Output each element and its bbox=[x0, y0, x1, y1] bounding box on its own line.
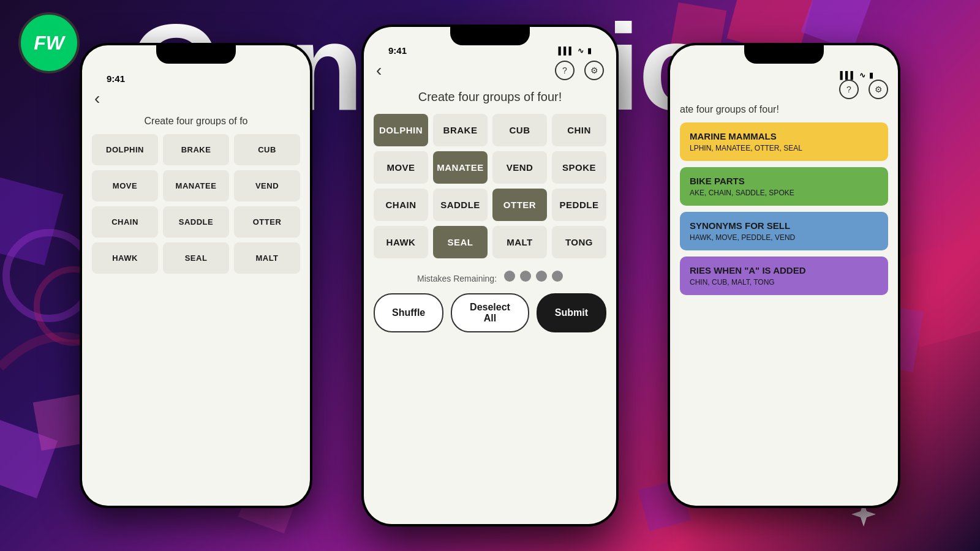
left-phone-notch bbox=[156, 45, 236, 64]
category-title: BIKE PARTS bbox=[690, 176, 878, 186]
center-word-grid: DOLPHINBRAKECUBCHINMOVEMANATEEVENDSPOKEC… bbox=[374, 114, 606, 258]
fw-logo: FW bbox=[18, 12, 80, 73]
left-word-grid: DOLPHINBRAKECUBMOVEMANATEEVENDCHAINSADDL… bbox=[92, 134, 300, 274]
battery-icon: ▮ bbox=[587, 47, 592, 55]
settings-icon[interactable]: ⚙ bbox=[584, 61, 604, 80]
left-word-tile-manatee[interactable]: MANATEE bbox=[163, 170, 229, 201]
left-nav-bar: ‹ bbox=[92, 84, 300, 113]
right-signal-icon: ▌▌▌ bbox=[840, 71, 856, 80]
right-status-bar: ▌▌▌ ∿ ▮ bbox=[680, 64, 888, 80]
right-categories: MARINE MAMMALS LPHIN, MANATEE, OTTER, SE… bbox=[680, 122, 888, 295]
signal-icon: ▌▌▌ bbox=[558, 47, 574, 55]
center-phone-inner: 9:41 ▌▌▌ ∿ ▮ ‹ ? ⚙ Create four groups of… bbox=[364, 27, 616, 524]
word-tile-peddle[interactable]: PEDDLE bbox=[552, 189, 606, 221]
wifi-icon: ∿ bbox=[578, 47, 584, 55]
word-tile-tong[interactable]: TONG bbox=[552, 226, 606, 258]
mistake-dot-2 bbox=[536, 271, 547, 282]
left-word-tile-cub[interactable]: CUB bbox=[234, 134, 300, 165]
right-wifi-icon: ∿ bbox=[859, 71, 865, 80]
category-card-yellow: MARINE MAMMALS LPHIN, MANATEE, OTTER, SE… bbox=[680, 122, 888, 161]
center-phone-notch bbox=[450, 27, 530, 45]
word-tile-chin[interactable]: CHIN bbox=[552, 114, 606, 146]
right-phone: ▌▌▌ ∿ ▮ ? ⚙ ate four groups of four! MAR… bbox=[668, 43, 900, 508]
word-tile-move[interactable]: MOVE bbox=[374, 151, 428, 184]
word-tile-otter[interactable]: OTTER bbox=[492, 189, 547, 221]
center-phone-content: 9:41 ▌▌▌ ∿ ▮ ‹ ? ⚙ Create four groups of… bbox=[364, 38, 616, 332]
word-tile-saddle[interactable]: SADDLE bbox=[433, 189, 488, 221]
fw-logo-text: FW bbox=[34, 32, 64, 54]
mistake-dot-1 bbox=[520, 271, 531, 282]
category-items: CHIN, CUB, MALT, TONG bbox=[690, 278, 878, 287]
help-icon[interactable]: ? bbox=[555, 61, 575, 80]
category-card-purple: RIES WHEN "A" IS ADDED CHIN, CUB, MALT, … bbox=[680, 257, 888, 295]
left-back-button[interactable]: ‹ bbox=[94, 89, 100, 108]
right-settings-icon[interactable]: ⚙ bbox=[869, 80, 888, 99]
word-tile-cub[interactable]: CUB bbox=[492, 114, 547, 146]
deselect-all-button[interactable]: Deselect All bbox=[451, 293, 529, 332]
category-title: SYNONYMS FOR SELL bbox=[690, 220, 878, 231]
right-battery-icon: ▮ bbox=[869, 71, 873, 80]
category-card-green: BIKE PARTS AKE, CHAIN, SADDLE, SPOKE bbox=[680, 167, 888, 206]
right-game-title: ate four groups of four! bbox=[680, 104, 888, 115]
category-title: RIES WHEN "A" IS ADDED bbox=[690, 265, 878, 276]
action-buttons: Shuffle Deselect All Submit bbox=[374, 293, 606, 332]
center-back-button[interactable]: ‹ bbox=[376, 61, 382, 80]
right-phone-inner: ▌▌▌ ∿ ▮ ? ⚙ ate four groups of four! MAR… bbox=[670, 45, 898, 506]
mistake-dot-3 bbox=[552, 271, 563, 282]
left-phone: 9:41 ‹ Create four groups of fo DOLPHINB… bbox=[80, 43, 312, 508]
left-word-tile-move[interactable]: MOVE bbox=[92, 170, 158, 201]
category-title: MARINE MAMMALS bbox=[690, 131, 878, 141]
mistakes-dots bbox=[504, 271, 563, 282]
left-word-tile-malt[interactable]: MALT bbox=[234, 242, 300, 274]
category-card-blue: SYNONYMS FOR SELL HAWK, MOVE, PEDDLE, VE… bbox=[680, 212, 888, 250]
shuffle-button[interactable]: Shuffle bbox=[374, 293, 443, 332]
right-phone-content: ▌▌▌ ∿ ▮ ? ⚙ ate four groups of four! MAR… bbox=[670, 45, 898, 295]
mistakes-row: Mistakes Remaining: bbox=[374, 271, 606, 283]
status-right-icons: ▌▌▌ ∿ ▮ bbox=[558, 47, 592, 55]
left-phone-content: 9:41 ‹ Create four groups of fo DOLPHINB… bbox=[82, 45, 310, 274]
word-tile-vend[interactable]: VEND bbox=[492, 151, 547, 184]
left-game-title: Create four groups of fo bbox=[92, 116, 300, 127]
left-word-tile-dolphin[interactable]: DOLPHIN bbox=[92, 134, 158, 165]
mistake-dot-0 bbox=[504, 271, 515, 282]
category-items: LPHIN, MANATEE, OTTER, SEAL bbox=[690, 144, 878, 152]
right-nav: ? ⚙ bbox=[680, 80, 888, 99]
center-phone: 9:41 ▌▌▌ ∿ ▮ ‹ ? ⚙ Create four groups of… bbox=[361, 24, 619, 527]
left-word-tile-hawk[interactable]: HAWK bbox=[92, 242, 158, 274]
submit-button[interactable]: Submit bbox=[537, 293, 606, 332]
word-tile-brake[interactable]: BRAKE bbox=[433, 114, 488, 146]
word-tile-hawk[interactable]: HAWK bbox=[374, 226, 428, 258]
category-items: HAWK, MOVE, PEDDLE, VEND bbox=[690, 233, 878, 242]
left-phone-inner: 9:41 ‹ Create four groups of fo DOLPHINB… bbox=[82, 45, 310, 506]
left-time: 9:41 bbox=[107, 73, 125, 84]
center-nav-icons: ? ⚙ bbox=[555, 61, 604, 80]
right-help-icon[interactable]: ? bbox=[839, 80, 859, 99]
left-word-tile-brake[interactable]: BRAKE bbox=[163, 134, 229, 165]
word-tile-dolphin[interactable]: DOLPHIN bbox=[374, 114, 428, 146]
mistakes-label: Mistakes Remaining: bbox=[417, 274, 497, 283]
center-nav-bar: ‹ ? ⚙ bbox=[374, 56, 606, 85]
category-items: AKE, CHAIN, SADDLE, SPOKE bbox=[690, 189, 878, 197]
word-tile-spoke[interactable]: SPOKE bbox=[552, 151, 606, 184]
word-tile-manatee[interactable]: MANATEE bbox=[433, 151, 488, 184]
left-word-tile-saddle[interactable]: SADDLE bbox=[163, 206, 229, 238]
left-word-tile-vend[interactable]: VEND bbox=[234, 170, 300, 201]
phones-container: 9:41 ‹ Create four groups of fo DOLPHINB… bbox=[0, 0, 980, 551]
left-word-tile-seal[interactable]: SEAL bbox=[163, 242, 229, 274]
right-phone-notch bbox=[744, 45, 824, 64]
center-time: 9:41 bbox=[388, 45, 407, 56]
word-tile-malt[interactable]: MALT bbox=[492, 226, 547, 258]
right-status-icons: ▌▌▌ ∿ ▮ bbox=[840, 71, 873, 80]
left-status-bar: 9:41 bbox=[92, 66, 300, 84]
word-tile-seal[interactable]: SEAL bbox=[433, 226, 488, 258]
center-game-title: Create four groups of four! bbox=[374, 90, 606, 104]
left-word-tile-chain[interactable]: CHAIN bbox=[92, 206, 158, 238]
word-tile-chain[interactable]: CHAIN bbox=[374, 189, 428, 221]
left-word-tile-otter[interactable]: OTTER bbox=[234, 206, 300, 238]
